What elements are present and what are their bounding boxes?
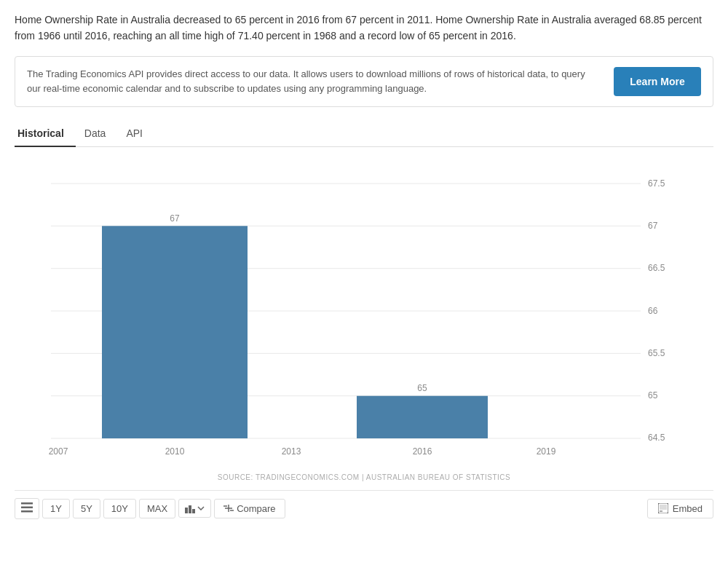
bar-chart-icon: [185, 503, 195, 513]
description-text: Home Ownership Rate in Australia decreas…: [15, 12, 713, 44]
y-label-65.5: 65.5: [648, 348, 665, 358]
main-container: Home Ownership Rate in Australia decreas…: [0, 0, 728, 534]
chart-type-button[interactable]: [178, 499, 211, 518]
x-label-2019: 2019: [537, 446, 556, 457]
chart-svg: 67 65 67.5 67 66.5 66 65.5 65 64.5 2007 …: [15, 162, 713, 467]
embed-icon: [658, 503, 668, 513]
y-label-67.5: 67.5: [648, 178, 665, 189]
compare-button[interactable]: Compare: [214, 499, 285, 518]
tab-data[interactable]: Data: [82, 122, 118, 146]
svg-rect-7: [21, 502, 33, 505]
chart-source: SOURCE: TRADINGECONOMICS.COM | AUSTRALIA…: [15, 473, 713, 481]
tab-api[interactable]: API: [123, 122, 154, 146]
svg-rect-10: [185, 508, 188, 513]
tab-historical[interactable]: Historical: [15, 122, 76, 146]
5y-button[interactable]: 5Y: [73, 499, 100, 518]
x-label-2016: 2016: [413, 446, 432, 457]
api-banner: The Trading Economics API provides direc…: [15, 56, 713, 107]
max-button[interactable]: MAX: [139, 499, 175, 518]
bar-label-2010: 67: [170, 213, 180, 224]
1y-button[interactable]: 1Y: [42, 499, 70, 518]
y-label-64.5: 64.5: [648, 433, 665, 443]
svg-rect-11: [189, 505, 191, 513]
compare-label: Compare: [237, 503, 275, 514]
y-label-65: 65: [648, 390, 658, 400]
bar-2010: [102, 226, 248, 438]
x-label-2007: 2007: [49, 446, 68, 457]
y-label-67: 67: [648, 221, 658, 231]
svg-rect-8: [21, 506, 33, 508]
tabs-container: Historical Data API: [15, 122, 713, 147]
x-label-2013: 2013: [282, 446, 301, 457]
toolbar-left: 1Y 5Y 10Y MAX: [15, 498, 285, 519]
10y-button[interactable]: 10Y: [103, 499, 136, 518]
compare-icon: [223, 503, 234, 513]
svg-rect-18: [660, 505, 667, 510]
chart-area: 67 65 67.5 67 66.5 66 65.5 65 64.5 2007 …: [15, 162, 713, 467]
api-banner-text: The Trading Economics API provides direc…: [27, 67, 599, 95]
x-label-2010: 2010: [165, 446, 185, 457]
bar-label-2016: 65: [417, 383, 427, 393]
svg-rect-9: [21, 510, 33, 513]
y-label-66: 66: [648, 306, 658, 316]
bar-2016: [357, 395, 488, 438]
chevron-down-icon: [197, 506, 205, 510]
y-label-66.5: 66.5: [648, 263, 665, 273]
list-icon-button[interactable]: [15, 498, 39, 519]
svg-rect-12: [192, 509, 195, 513]
bottom-toolbar: 1Y 5Y 10Y MAX: [15, 490, 713, 522]
learn-more-button[interactable]: Learn More: [614, 67, 701, 96]
embed-button[interactable]: Embed: [647, 499, 713, 518]
embed-label: Embed: [673, 503, 703, 514]
svg-rect-19: [660, 510, 662, 512]
list-icon: [21, 502, 33, 513]
